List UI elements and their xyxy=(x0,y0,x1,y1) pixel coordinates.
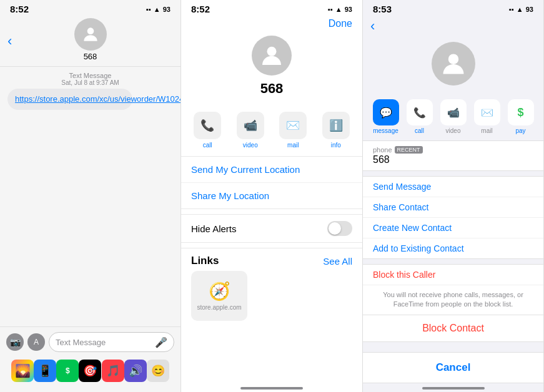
see-all-button[interactable]: See All xyxy=(323,256,352,267)
call-action-icon: 📞 xyxy=(194,112,221,139)
share-location-item[interactable]: Share My Location xyxy=(181,183,362,208)
send-location-label: Send My Current Location xyxy=(191,164,300,175)
call-action-icon-3: 📞 xyxy=(407,99,433,125)
battery-icon: 93 xyxy=(163,6,171,13)
phone3-avatar-icon xyxy=(440,50,467,77)
home-indicator-3 xyxy=(363,383,543,392)
mail-action-icon-3: ✉️ xyxy=(474,99,500,125)
svg-point-0 xyxy=(87,27,94,34)
contact-name-1: 568 xyxy=(84,52,97,61)
video-action-label-3: video xyxy=(446,127,461,134)
cancel-label: Cancel xyxy=(436,361,471,373)
contact-avatar[interactable] xyxy=(74,18,107,51)
phone-number: 568 xyxy=(373,154,533,165)
mail-action-3[interactable]: ✉️ mail xyxy=(474,99,500,134)
message-meta: Text Message Sat, Jul 8 at 9:37 AM xyxy=(7,67,173,89)
message-link[interactable]: https://store.apple.com/xc/us/vieworder/… xyxy=(15,94,181,104)
status-icons-2: ▪▪ ▲ 93 xyxy=(328,6,352,13)
phone-label-text: phone xyxy=(373,146,392,154)
signal-icon: ▪▪ xyxy=(146,6,151,13)
input-area: 📷 A Text Message 🎤 🌄 📱 $ 🎯 🎵 🔊 😊 xyxy=(0,326,181,392)
video-action-3[interactable]: 📹 video xyxy=(440,99,467,134)
call-action-3[interactable]: 📞 call xyxy=(407,99,433,134)
block-contact-button[interactable]: Block Contact xyxy=(363,315,543,341)
back-button[interactable]: ‹ xyxy=(7,33,12,49)
wifi-icon-3: ▲ xyxy=(517,6,523,13)
links-title: Links xyxy=(191,255,219,267)
phone-number-row: phone RECENT 568 xyxy=(363,141,543,170)
messages-area: Text Message Sat, Jul 8 at 9:37 AM https… xyxy=(0,67,181,326)
phone-number-section: phone RECENT 568 xyxy=(363,140,543,171)
status-icons-1: ▪▪ ▲ 93 xyxy=(146,6,171,13)
pay-action[interactable]: $ pay xyxy=(508,99,534,134)
appstore-dock-icon[interactable]: 📱 xyxy=(34,360,56,382)
message-service-label: Text Message xyxy=(7,72,173,79)
hide-alerts-toggle[interactable] xyxy=(327,221,352,236)
message-action[interactable]: 💬 message xyxy=(373,99,399,134)
photos-dock-icon[interactable]: 🌄 xyxy=(11,360,34,382)
mic-icon[interactable]: 🎤 xyxy=(155,336,167,348)
info-action-icon: ℹ️ xyxy=(322,112,350,139)
time-2: 8:52 xyxy=(191,4,210,14)
send-message-row[interactable]: Send Message xyxy=(363,177,543,197)
send-message-label: Send Message xyxy=(373,182,431,192)
text-input[interactable]: Text Message 🎤 xyxy=(49,332,174,352)
app-dock: 🌄 📱 $ 🎯 🎵 🔊 😊 xyxy=(6,357,174,387)
home-bar-3 xyxy=(422,387,485,390)
phone-3: 8:53 ▪▪ ▲ 93 ‹ 💬 message 📞 call 📹 video xyxy=(363,0,544,392)
mail-action-label: mail xyxy=(287,142,299,149)
toggle-knob xyxy=(329,222,341,235)
time-3: 8:53 xyxy=(373,4,392,14)
add-existing-row[interactable]: Add to Existing Contact xyxy=(363,238,543,258)
message-bubble: https://store.apple.com/xc/us/vieworder/… xyxy=(7,89,132,110)
add-existing-label: Add to Existing Contact xyxy=(373,243,464,253)
signal-icon-3: ▪▪ xyxy=(509,6,514,13)
pay-action-label: pay xyxy=(515,127,525,134)
back-button-3[interactable]: ‹ xyxy=(370,18,375,34)
message-action-label: message xyxy=(373,127,398,134)
cash-dock-icon[interactable]: $ xyxy=(56,360,79,382)
recent-badge: RECENT xyxy=(395,146,423,154)
link-thumbnail[interactable]: 🧭 store.apple.com xyxy=(191,271,247,321)
svg-point-1 xyxy=(267,47,277,56)
message-action-icon: 💬 xyxy=(373,99,399,125)
music-dock-icon[interactable]: 🎵 xyxy=(102,360,124,382)
status-bar-1: 8:52 ▪▪ ▲ 93 xyxy=(0,0,181,16)
block-section: Block this Caller You will not receive p… xyxy=(363,264,543,342)
video-action[interactable]: 📹 video xyxy=(234,112,267,149)
input-icons: 📷 A xyxy=(6,333,45,351)
phone-1: 8:52 ▪▪ ▲ 93 ‹ 568 Text Message Sat, Jul… xyxy=(0,0,181,392)
audio-dock-icon[interactable]: 🔊 xyxy=(124,360,147,382)
phone3-header: ‹ xyxy=(363,16,543,37)
call-action-label-3: call xyxy=(415,127,424,134)
emoji-dock-icon[interactable]: 😊 xyxy=(147,360,169,382)
status-icons-3: ▪▪ ▲ 93 xyxy=(509,6,533,13)
camera-icon[interactable]: 📷 xyxy=(6,333,24,351)
link-url: store.apple.com xyxy=(197,304,241,311)
contact-actions-section: Send Message Share Contact Create New Co… xyxy=(363,176,543,259)
done-button[interactable]: Done xyxy=(329,18,352,29)
block-caller-row[interactable]: Block this Caller xyxy=(363,265,543,285)
status-bar-3: 8:53 ▪▪ ▲ 93 xyxy=(363,0,543,16)
signal-icon-2: ▪▪ xyxy=(328,6,333,13)
wheel-dock-icon[interactable]: 🎯 xyxy=(79,360,101,382)
share-contact-row[interactable]: Share Contact xyxy=(363,197,543,218)
wifi-icon-2: ▲ xyxy=(335,6,342,13)
info-action[interactable]: ℹ️ info xyxy=(320,112,353,149)
cancel-button[interactable]: Cancel xyxy=(363,352,543,383)
video-action-icon-3: 📹 xyxy=(440,99,467,125)
phone-label: phone RECENT xyxy=(373,146,533,154)
call-action-label: call xyxy=(203,142,212,149)
time-1: 8:52 xyxy=(10,4,29,14)
phone3-avatar xyxy=(432,42,475,86)
sheet-name: 568 xyxy=(260,81,284,97)
svg-point-2 xyxy=(448,54,458,64)
call-action[interactable]: 📞 call xyxy=(191,112,224,149)
block-contact-label: Block Contact xyxy=(422,323,484,333)
send-location-item[interactable]: Send My Current Location xyxy=(181,157,362,183)
create-contact-row[interactable]: Create New Contact xyxy=(363,218,543,238)
hide-alerts-row: Hide Alerts xyxy=(181,214,362,243)
apps-icon[interactable]: A xyxy=(27,333,45,351)
location-section: Send My Current Location Share My Locati… xyxy=(181,156,362,209)
mail-action[interactable]: ✉️ mail xyxy=(277,112,310,149)
